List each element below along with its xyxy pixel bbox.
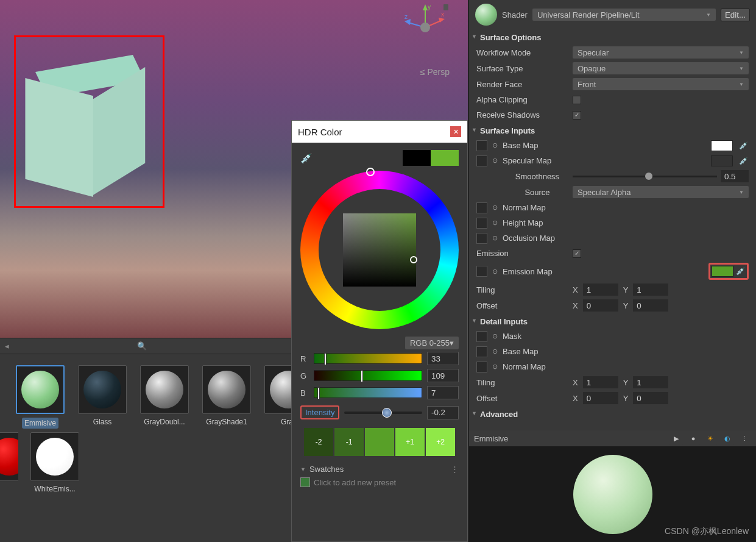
intensity-preset-button[interactable]: -2 (304, 428, 333, 456)
intensity-value[interactable] (427, 406, 459, 419)
tiling-y[interactable] (633, 283, 668, 296)
source-label: Source (476, 188, 568, 197)
r-value[interactable] (427, 352, 459, 365)
env-icon[interactable]: ◐ (721, 432, 734, 445)
y-label: Y (623, 301, 629, 310)
y-label: Y (623, 378, 629, 387)
asset-thumb[interactable] (0, 432, 18, 493)
asset-thumb[interactable]: WhiteEmis... (29, 432, 80, 493)
shader-label: Shader (502, 10, 528, 20)
mask-tex[interactable] (476, 331, 487, 342)
preset-hint: Click to add new preset (314, 478, 396, 487)
color-mode-dropdown[interactable]: RGB 0-255▾ (405, 337, 459, 349)
detail-normal-map-tex[interactable] (476, 362, 487, 373)
swatch-presets: Click to add new preset (300, 477, 459, 487)
x-label: X (573, 301, 578, 310)
base-map-color[interactable] (711, 140, 733, 151)
asset-thumb[interactable]: Emmisive (15, 365, 66, 429)
eyedropper-icon[interactable]: 💉 (738, 140, 749, 151)
intensity-slider[interactable] (344, 412, 422, 414)
emission-checkbox[interactable]: ✓ (573, 249, 581, 258)
specular-map-color[interactable] (711, 155, 733, 166)
surface-options-header[interactable]: Surface Options (469, 29, 756, 45)
g-slider[interactable] (314, 370, 422, 381)
emission-map-tex[interactable] (476, 266, 487, 277)
source-dropdown[interactable]: Specular Alpha (573, 186, 749, 198)
detail-normal-map-label: Normal Map (503, 362, 594, 371)
search-icon[interactable]: 🔍 (137, 341, 147, 351)
orientation-gizmo[interactable]: y x z (401, 3, 450, 46)
d-tiling-x[interactable] (583, 376, 618, 388)
projection-label[interactable]: ≤ Persp (420, 67, 450, 77)
cube-object[interactable] (23, 55, 145, 195)
shader-dropdown[interactable]: Universal Render Pipeline/Lit (532, 9, 716, 21)
d-tiling-y[interactable] (633, 376, 668, 388)
tiling-label: Tiling (476, 285, 568, 294)
edit-button[interactable]: Edit... (721, 9, 750, 21)
swatches-header[interactable]: ▼ Swatches ⋮ (300, 465, 459, 474)
asset-thumb[interactable]: Glass (77, 365, 128, 429)
x-label: X (573, 394, 578, 403)
workflow-mode-dropdown[interactable]: Specular (573, 46, 749, 59)
intensity-preset-button[interactable]: +1 (395, 428, 425, 456)
dropdown-icon[interactable]: ◂ (5, 341, 9, 351)
emission-map-color[interactable] (712, 266, 733, 277)
occlusion-map-tex[interactable] (476, 233, 487, 244)
menu-icon[interactable]: ⋮ (451, 465, 459, 474)
intensity-preset-button[interactable]: +2 (426, 428, 455, 456)
normal-map-tex[interactable] (476, 202, 487, 213)
sv-cursor[interactable] (410, 256, 417, 263)
b-slider[interactable] (314, 387, 422, 398)
r-slider[interactable] (314, 353, 422, 364)
close-icon[interactable]: ✕ (450, 126, 461, 137)
alpha-clipping-checkbox[interactable] (573, 96, 581, 104)
d-offset-x[interactable] (583, 392, 618, 404)
smoothness-slider[interactable] (573, 176, 717, 177)
play-icon[interactable]: ▶ (669, 432, 683, 445)
d-offset-y[interactable] (633, 392, 668, 404)
tiling-x[interactable] (583, 283, 618, 296)
material-preview-icon (475, 4, 497, 26)
offset-y[interactable] (633, 299, 668, 312)
advanced-header[interactable]: Advanced (469, 406, 756, 421)
add-preset-swatch[interactable] (300, 477, 310, 487)
render-face-dropdown[interactable]: Front (573, 78, 749, 90)
detail-base-map-tex[interactable] (476, 346, 487, 357)
detail-inputs-header[interactable]: Detail Inputs (469, 313, 756, 329)
specular-map-tex[interactable] (476, 155, 487, 166)
light-icon[interactable]: ☀ (704, 432, 717, 445)
intensity-presets: -2-1+1+2 (304, 428, 455, 456)
d-tiling-label: Tiling (476, 378, 568, 387)
intensity-preset-button[interactable]: -1 (334, 428, 364, 456)
offset-x[interactable] (583, 299, 618, 312)
asset-thumb[interactable]: GrayShade1 (201, 365, 252, 429)
hue-cursor[interactable] (366, 168, 375, 176)
svg-rect-10 (443, 4, 448, 10)
svg-text:z: z (404, 13, 408, 20)
surface-inputs-header[interactable]: Surface Inputs (469, 123, 756, 138)
color-wheel[interactable] (300, 171, 459, 329)
eyedropper-icon[interactable]: 💉 (300, 152, 313, 164)
emission-map-highlight: 💉 (708, 263, 749, 280)
smoothness-value[interactable] (721, 170, 749, 182)
base-map-tex[interactable] (476, 140, 487, 151)
intensity-preset-button[interactable] (365, 428, 394, 456)
eyedropper-icon[interactable]: 💉 (738, 155, 749, 166)
g-slider-row: G (300, 369, 459, 382)
picker-title: HDR Color (298, 127, 342, 137)
sphere-icon[interactable]: ● (687, 432, 700, 445)
g-value[interactable] (427, 369, 459, 382)
y-label: Y (623, 394, 629, 403)
saturation-value-box[interactable] (343, 213, 416, 287)
eyedropper-icon[interactable]: 💉 (735, 266, 746, 277)
r-slider-row: R (300, 352, 459, 365)
thumb-label: GrayShade1 (206, 418, 247, 426)
asset-thumb[interactable]: GrayDoubl... (139, 365, 190, 429)
height-map-tex[interactable] (476, 218, 487, 229)
svg-marker-1 (423, 4, 428, 10)
surface-type-dropdown[interactable]: Opaque (573, 62, 749, 74)
b-value[interactable] (427, 386, 459, 399)
receive-shadows-checkbox[interactable]: ✓ (573, 111, 581, 119)
menu-icon[interactable]: ⋮ (738, 432, 751, 445)
cube-face (23, 78, 93, 197)
